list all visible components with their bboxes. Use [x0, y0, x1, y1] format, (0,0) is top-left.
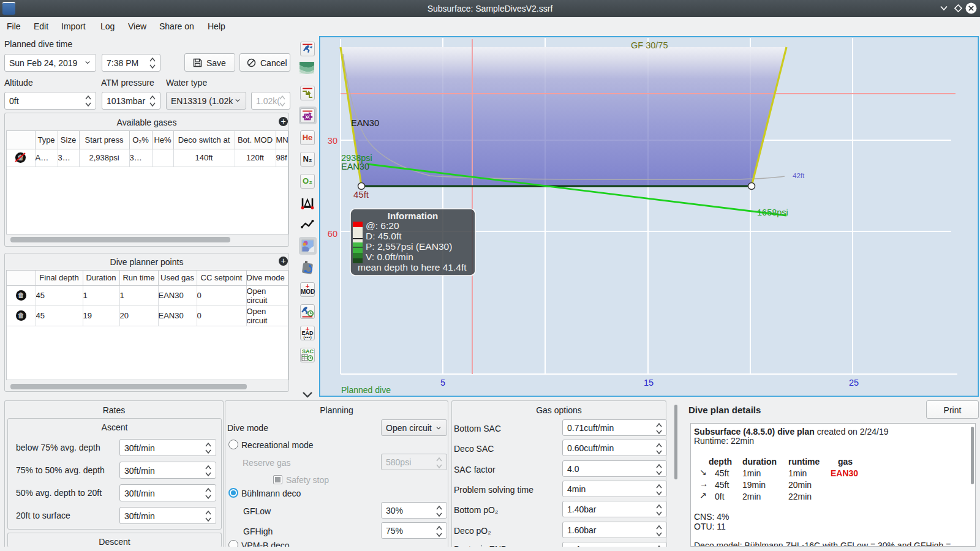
svg-text:15: 15 — [644, 378, 654, 388]
svg-text:V: 0.0ft/min: V: 0.0ft/min — [366, 252, 413, 262]
svg-text:Planned dive: Planned dive — [341, 385, 391, 395]
svg-text:P: 2,557psi (EAN30): P: 2,557psi (EAN30) — [366, 241, 452, 252]
svg-text:45ft: 45ft — [353, 189, 369, 200]
svg-text:@: 6:20: @: 6:20 — [366, 220, 399, 231]
svg-text:D: 45.0ft: D: 45.0ft — [366, 231, 402, 241]
svg-text:EAN30: EAN30 — [341, 162, 369, 171]
svg-text:60: 60 — [328, 229, 337, 239]
svg-text:GF 30/75: GF 30/75 — [631, 40, 668, 50]
svg-text:25: 25 — [849, 378, 859, 388]
svg-text:30: 30 — [328, 136, 337, 146]
svg-text:1658psi: 1658psi — [757, 208, 788, 217]
svg-text:42ft: 42ft — [793, 172, 805, 179]
svg-text:Information: Information — [388, 211, 439, 221]
svg-text:EAN30: EAN30 — [351, 118, 379, 128]
svg-text:5: 5 — [440, 378, 445, 388]
svg-text:mean depth to here 41.4ft: mean depth to here 41.4ft — [358, 262, 467, 272]
